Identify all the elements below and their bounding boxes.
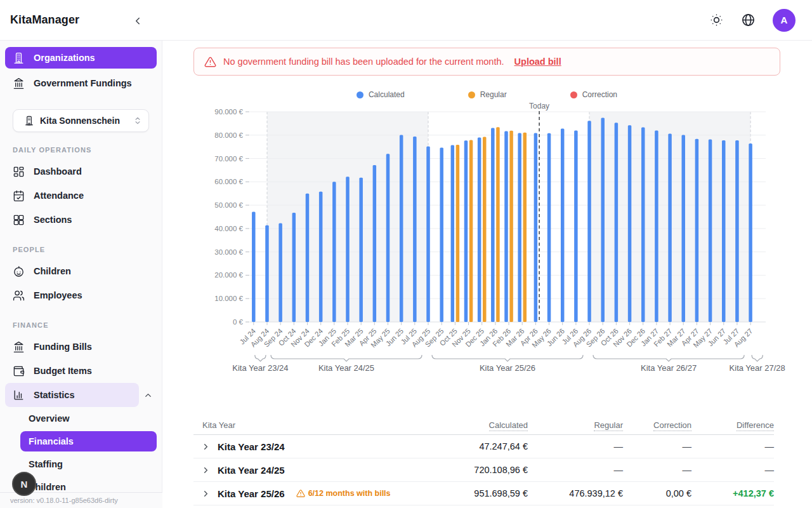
column-header-correction: Correction — [623, 420, 691, 430]
landmark-icon — [13, 77, 25, 90]
language-button[interactable] — [741, 13, 756, 28]
users-icon — [13, 290, 25, 302]
section-title-people: PEOPLE — [13, 246, 157, 253]
chevrons-up-down-icon — [133, 116, 142, 125]
calendar-check-icon — [13, 190, 25, 202]
sidebar-item-label: Attendance — [34, 190, 84, 201]
column-header-kita-year: Kita Year — [193, 420, 414, 430]
legend-label: Correction — [582, 90, 617, 99]
regular-value: — — [528, 441, 623, 451]
row-expand-chevron-icon[interactable] — [201, 465, 211, 475]
alert-text: No government funding bill has been uplo… — [223, 57, 504, 67]
row-expand-chevron-icon[interactable] — [201, 442, 211, 451]
svg-text:Kita Year 27/28: Kita Year 27/28 — [730, 363, 785, 373]
table-header-row: Kita Year Calculated Regular Correction … — [193, 416, 774, 435]
upload-bill-link[interactable]: Upload bill — [514, 57, 561, 67]
months-with-bills-warning: 6/12 months with bills — [296, 489, 391, 498]
sidebar-item-label: Financials — [29, 436, 74, 446]
difference-value: — — [691, 441, 774, 451]
funding-bar-chart[interactable]: 0 €10.000 €20.000 €30.000 €40.000 €50.00… — [193, 101, 780, 380]
globe-icon — [741, 13, 756, 27]
difference-value: +412,37 € — [691, 488, 774, 498]
svg-text:90.000 €: 90.000 € — [214, 108, 243, 116]
sidebar-item-label: Children — [34, 266, 71, 276]
kita-year-label: Kita Year 23/24 — [218, 441, 285, 452]
sidebar-item-organizations[interactable]: Organizations — [5, 47, 157, 69]
calculated-value: 951.698,59 € — [414, 488, 528, 498]
sidebar-item-attendance[interactable]: Attendance — [5, 184, 157, 208]
chevron-left-icon — [132, 15, 143, 27]
organization-selector[interactable]: Kita Sonnenschein — [13, 109, 149, 132]
sidebar-subitem-financials[interactable]: Financials — [20, 431, 157, 451]
svg-text:Kita Year 25/26: Kita Year 25/26 — [480, 363, 535, 373]
building-icon — [24, 116, 34, 126]
legend-dot-calculated — [357, 91, 363, 98]
calculated-value: 720.108,96 € — [414, 465, 528, 475]
sidebar-item-statistics-row: Statistics — [5, 383, 157, 407]
topbar: KitaManager A — [0, 0, 812, 41]
section-title-finance: FINANCE — [13, 321, 157, 329]
kita-year-table: Kita Year Calculated Regular Correction … — [193, 416, 774, 505]
svg-text:20.000 €: 20.000 € — [214, 271, 243, 279]
correction-value: 0,00 € — [623, 488, 691, 498]
regular-value: 476.939,12 € — [528, 488, 623, 498]
sidebar-item-sections[interactable]: Sections — [5, 208, 157, 232]
sidebar-item-label: Overview — [29, 413, 70, 424]
calculated-value: 47.247,64 € — [414, 441, 528, 451]
svg-text:50.000 €: 50.000 € — [214, 201, 243, 209]
row-expand-chevron-icon[interactable] — [201, 489, 211, 498]
sidebar-item-label: Funding Bills — [34, 342, 92, 352]
legend-item-correction[interactable]: Correction — [570, 90, 617, 99]
chart-legend: Calculated Regular Correction — [193, 90, 780, 100]
svg-text:60.000 €: 60.000 € — [214, 178, 243, 185]
funding-bill-alert: No government funding bill has been uplo… — [193, 48, 780, 76]
svg-text:0 €: 0 € — [233, 318, 244, 326]
regular-value: — — [528, 465, 623, 475]
svg-text:Kita Year 26/27: Kita Year 26/27 — [641, 363, 697, 373]
wallet-icon — [13, 365, 25, 377]
sidebar-item-government-fundings[interactable]: Government Fundings — [5, 72, 157, 94]
chevron-up-icon — [143, 391, 153, 400]
sidebar-item-dashboard[interactable]: Dashboard — [5, 159, 157, 184]
svg-text:Kita Year 24/25: Kita Year 24/25 — [318, 363, 374, 373]
legend-dot-regular — [468, 91, 475, 98]
svg-text:Kita Year 23/24: Kita Year 23/24 — [232, 363, 288, 373]
warning-triangle-icon — [296, 489, 305, 498]
sidebar-item-label: Employees — [34, 290, 82, 300]
baby-icon — [13, 265, 25, 277]
app-title: KitaManager — [10, 13, 79, 27]
section-title-daily-operations: DAILY OPERATIONS — [13, 146, 157, 154]
sidebar-item-label: Staffing — [29, 459, 63, 469]
column-header-regular: Regular — [528, 420, 623, 430]
sidebar-item-funding-bills[interactable]: Funding Bills — [5, 335, 157, 359]
floating-n-badge[interactable]: N — [12, 472, 36, 496]
sidebar-subitem-overview[interactable]: Overview — [5, 407, 157, 430]
legend-item-calculated[interactable]: Calculated — [357, 90, 405, 99]
table-row[interactable]: Kita Year 25/26 6/12 months with bills 9… — [193, 482, 774, 505]
sidebar-item-label: Government Fundings — [34, 78, 132, 88]
sidebar-item-label: Statistics — [34, 390, 74, 400]
legend-label: Regular — [480, 90, 507, 99]
sidebar-item-children[interactable]: Children — [5, 259, 157, 283]
theme-toggle-button[interactable] — [709, 13, 724, 28]
statistics-collapse-toggle[interactable] — [139, 391, 157, 400]
table-row[interactable]: Kita Year 23/24 47.247,64 € — — — — [193, 435, 774, 458]
sidebar-collapse-button[interactable] — [132, 13, 148, 29]
sidebar: Organizations Government Fundings Kita S… — [0, 41, 162, 508]
kita-year-label: Kita Year 25/26 — [218, 488, 285, 499]
sidebar-item-employees[interactable]: Employees — [5, 283, 157, 307]
svg-text:40.000 €: 40.000 € — [214, 225, 243, 232]
sun-icon — [709, 13, 724, 27]
table-row[interactable]: Kita Year 24/25 720.108,96 € — — — — [193, 458, 774, 482]
correction-value: — — [623, 441, 691, 451]
sidebar-item-label: Dashboard — [34, 166, 82, 177]
svg-text:80.000 €: 80.000 € — [214, 131, 243, 139]
organization-selector-value: Kita Sonnenschein — [40, 116, 120, 126]
legend-item-regular[interactable]: Regular — [468, 90, 507, 99]
landmark-icon — [13, 341, 25, 353]
bar-chart-icon — [13, 389, 25, 401]
sidebar-item-budget-items[interactable]: Budget Items — [5, 359, 157, 383]
warning-triangle-icon — [204, 56, 216, 68]
sidebar-item-statistics[interactable]: Statistics — [5, 383, 139, 407]
user-avatar[interactable]: A — [773, 9, 796, 32]
